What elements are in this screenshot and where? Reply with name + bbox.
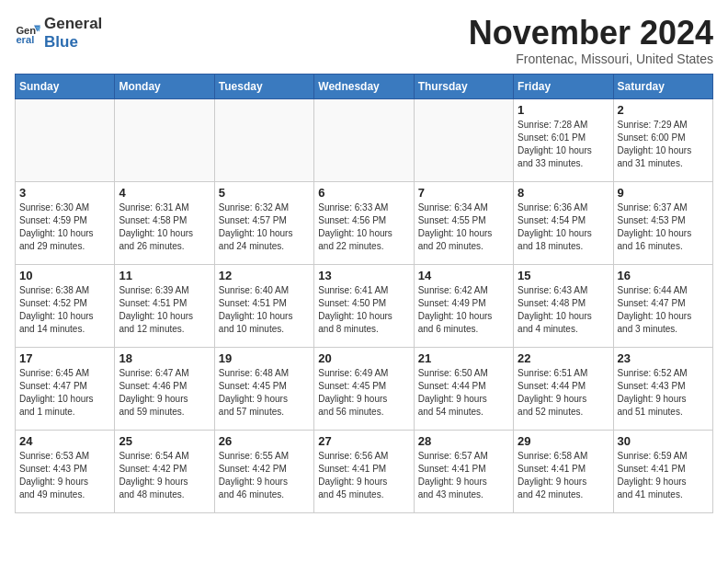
day-info: Sunrise: 6:44 AM Sunset: 4:47 PM Dayligh…: [618, 284, 709, 336]
location-subtitle: Frontenac, Missouri, United States: [469, 52, 713, 66]
calendar-cell: 23Sunrise: 6:52 AM Sunset: 4:43 PM Dayli…: [613, 347, 712, 430]
calendar-cell: 25Sunrise: 6:54 AM Sunset: 4:42 PM Dayli…: [115, 430, 214, 512]
day-number: 3: [19, 186, 110, 200]
calendar-cell: 20Sunrise: 6:49 AM Sunset: 4:45 PM Dayli…: [314, 347, 414, 430]
calendar-cell: 22Sunrise: 6:51 AM Sunset: 4:44 PM Dayli…: [514, 347, 613, 430]
calendar-cell: 28Sunrise: 6:57 AM Sunset: 4:41 PM Dayli…: [414, 430, 513, 512]
day-info: Sunrise: 6:59 AM Sunset: 4:41 PM Dayligh…: [618, 450, 709, 501]
day-number: 7: [418, 186, 509, 200]
day-info: Sunrise: 6:53 AM Sunset: 4:43 PM Dayligh…: [19, 450, 110, 501]
calendar-cell: 26Sunrise: 6:55 AM Sunset: 4:42 PM Dayli…: [214, 430, 313, 512]
calendar-cell: [16, 98, 115, 181]
calendar-cell: 6Sunrise: 6:33 AM Sunset: 4:56 PM Daylig…: [314, 181, 414, 264]
day-number: 18: [119, 351, 210, 365]
day-number: 26: [219, 434, 310, 448]
page-header: Gen eral General Blue November 2024 Fron…: [15, 15, 713, 66]
day-info: Sunrise: 6:57 AM Sunset: 4:41 PM Dayligh…: [418, 450, 509, 501]
calendar-cell: 3Sunrise: 6:30 AM Sunset: 4:59 PM Daylig…: [16, 181, 115, 264]
calendar-cell: 30Sunrise: 6:59 AM Sunset: 4:41 PM Dayli…: [613, 430, 712, 512]
calendar-cell: 17Sunrise: 6:45 AM Sunset: 4:47 PM Dayli…: [16, 347, 115, 430]
day-info: Sunrise: 6:50 AM Sunset: 4:44 PM Dayligh…: [418, 367, 509, 419]
day-number: 1: [518, 103, 609, 117]
calendar-cell: [115, 98, 214, 181]
day-number: 12: [219, 269, 310, 282]
logo: Gen eral General Blue: [15, 15, 102, 52]
day-number: 20: [318, 351, 409, 365]
calendar-cell: 12Sunrise: 6:40 AM Sunset: 4:51 PM Dayli…: [214, 264, 313, 347]
day-number: 14: [418, 269, 509, 282]
day-number: 16: [618, 269, 709, 282]
day-info: Sunrise: 6:31 AM Sunset: 4:58 PM Dayligh…: [119, 201, 210, 253]
day-info: Sunrise: 6:34 AM Sunset: 4:55 PM Dayligh…: [418, 201, 509, 253]
day-info: Sunrise: 6:55 AM Sunset: 4:42 PM Dayligh…: [219, 450, 310, 501]
column-header-wednesday: Wednesday: [314, 74, 414, 98]
day-info: Sunrise: 6:37 AM Sunset: 4:53 PM Dayligh…: [618, 201, 709, 253]
day-number: 15: [518, 269, 609, 282]
calendar-cell: 10Sunrise: 6:38 AM Sunset: 4:52 PM Dayli…: [16, 264, 115, 347]
day-number: 25: [119, 434, 210, 448]
column-header-sunday: Sunday: [16, 74, 115, 98]
calendar-cell: 19Sunrise: 6:48 AM Sunset: 4:45 PM Dayli…: [214, 347, 313, 430]
calendar-cell: 2Sunrise: 7:29 AM Sunset: 6:00 PM Daylig…: [613, 98, 712, 181]
day-info: Sunrise: 6:30 AM Sunset: 4:59 PM Dayligh…: [19, 201, 110, 253]
calendar-header-row: SundayMondayTuesdayWednesdayThursdayFrid…: [16, 74, 713, 98]
day-number: 8: [518, 186, 609, 200]
calendar-cell: 15Sunrise: 6:43 AM Sunset: 4:48 PM Dayli…: [514, 264, 613, 347]
day-info: Sunrise: 6:33 AM Sunset: 4:56 PM Dayligh…: [318, 201, 409, 253]
calendar-cell: 1Sunrise: 7:28 AM Sunset: 6:01 PM Daylig…: [514, 98, 613, 181]
day-info: Sunrise: 6:54 AM Sunset: 4:42 PM Dayligh…: [119, 450, 210, 501]
logo-text-blue: Blue: [44, 33, 78, 51]
calendar-cell: 14Sunrise: 6:42 AM Sunset: 4:49 PM Dayli…: [414, 264, 513, 347]
day-number: 13: [318, 269, 409, 282]
calendar-cell: 16Sunrise: 6:44 AM Sunset: 4:47 PM Dayli…: [613, 264, 712, 347]
day-number: 10: [19, 269, 110, 282]
day-info: Sunrise: 6:58 AM Sunset: 4:41 PM Dayligh…: [518, 450, 609, 501]
day-info: Sunrise: 7:28 AM Sunset: 6:01 PM Dayligh…: [518, 119, 609, 170]
day-info: Sunrise: 6:40 AM Sunset: 4:51 PM Dayligh…: [219, 284, 310, 336]
day-info: Sunrise: 6:45 AM Sunset: 4:47 PM Dayligh…: [19, 367, 110, 419]
day-number: 17: [19, 351, 110, 365]
day-info: Sunrise: 6:47 AM Sunset: 4:46 PM Dayligh…: [119, 367, 210, 419]
column-header-tuesday: Tuesday: [214, 74, 313, 98]
day-number: 2: [618, 103, 709, 117]
calendar-cell: 7Sunrise: 6:34 AM Sunset: 4:55 PM Daylig…: [414, 181, 513, 264]
title-area: November 2024 Frontenac, Missouri, Unite…: [469, 15, 713, 66]
calendar-cell: 27Sunrise: 6:56 AM Sunset: 4:41 PM Dayli…: [314, 430, 414, 512]
calendar-cell: [214, 98, 313, 181]
day-number: 4: [119, 186, 210, 200]
day-number: 24: [19, 434, 110, 448]
calendar-cell: [314, 98, 414, 181]
calendar-cell: 9Sunrise: 6:37 AM Sunset: 4:53 PM Daylig…: [613, 181, 712, 264]
day-number: 11: [119, 269, 210, 282]
day-number: 19: [219, 351, 310, 365]
day-info: Sunrise: 6:51 AM Sunset: 4:44 PM Dayligh…: [518, 367, 609, 419]
calendar-cell: 5Sunrise: 6:32 AM Sunset: 4:57 PM Daylig…: [214, 181, 313, 264]
day-number: 6: [318, 186, 409, 200]
day-info: Sunrise: 6:42 AM Sunset: 4:49 PM Dayligh…: [418, 284, 509, 336]
day-info: Sunrise: 7:29 AM Sunset: 6:00 PM Dayligh…: [618, 119, 709, 170]
column-header-friday: Friday: [514, 74, 613, 98]
calendar-cell: 18Sunrise: 6:47 AM Sunset: 4:46 PM Dayli…: [115, 347, 214, 430]
calendar-cell: 4Sunrise: 6:31 AM Sunset: 4:58 PM Daylig…: [115, 181, 214, 264]
day-info: Sunrise: 6:41 AM Sunset: 4:50 PM Dayligh…: [318, 284, 409, 336]
calendar-table: SundayMondayTuesdayWednesdayThursdayFrid…: [15, 74, 713, 513]
calendar-cell: 29Sunrise: 6:58 AM Sunset: 4:41 PM Dayli…: [514, 430, 613, 512]
day-number: 27: [318, 434, 409, 448]
day-info: Sunrise: 6:56 AM Sunset: 4:41 PM Dayligh…: [318, 450, 409, 501]
day-number: 29: [518, 434, 609, 448]
calendar-cell: 8Sunrise: 6:36 AM Sunset: 4:54 PM Daylig…: [514, 181, 613, 264]
day-number: 30: [618, 434, 709, 448]
day-info: Sunrise: 6:43 AM Sunset: 4:48 PM Dayligh…: [518, 284, 609, 336]
calendar-week-row: 24Sunrise: 6:53 AM Sunset: 4:43 PM Dayli…: [16, 430, 713, 512]
day-info: Sunrise: 6:48 AM Sunset: 4:45 PM Dayligh…: [219, 367, 310, 419]
calendar-cell: 21Sunrise: 6:50 AM Sunset: 4:44 PM Dayli…: [414, 347, 513, 430]
calendar-cell: 24Sunrise: 6:53 AM Sunset: 4:43 PM Dayli…: [16, 430, 115, 512]
svg-text:eral: eral: [16, 34, 34, 45]
day-info: Sunrise: 6:38 AM Sunset: 4:52 PM Dayligh…: [19, 284, 110, 336]
day-number: 9: [618, 186, 709, 200]
calendar-week-row: 3Sunrise: 6:30 AM Sunset: 4:59 PM Daylig…: [16, 181, 713, 264]
calendar-cell: 11Sunrise: 6:39 AM Sunset: 4:51 PM Dayli…: [115, 264, 214, 347]
day-info: Sunrise: 6:36 AM Sunset: 4:54 PM Dayligh…: [518, 201, 609, 253]
calendar-week-row: 1Sunrise: 7:28 AM Sunset: 6:01 PM Daylig…: [16, 98, 713, 181]
day-info: Sunrise: 6:39 AM Sunset: 4:51 PM Dayligh…: [119, 284, 210, 336]
